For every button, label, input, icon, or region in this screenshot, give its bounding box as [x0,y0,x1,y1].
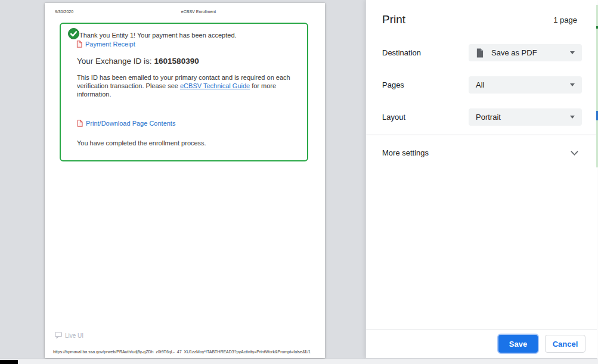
more-settings-toggle[interactable]: More settings [366,143,597,163]
pdf-file-icon [77,120,83,127]
payment-accepted-message: Thank you Entity 1! Your payment has bee… [79,32,237,39]
cancel-button[interactable]: Cancel [545,335,585,353]
live-ui-badge: Live UI [55,332,83,339]
exchange-id-label: Your Exchange ID is: [77,57,152,66]
destination-value: Save as PDF [491,48,537,57]
destination-select[interactable]: Save as PDF [469,44,582,61]
pages-label: Pages [382,76,404,94]
exchange-id-line: Your Exchange ID is:1601580390 [77,57,199,66]
chevron-down-icon [570,83,575,86]
layout-select[interactable]: Portrait [469,108,582,126]
print-preview-area: 9/30/2020 eCBSV Enrollment Thank you Ent… [0,0,365,359]
window-bottom-strip [0,359,598,364]
chevron-down-icon [571,151,578,156]
chevron-down-icon [570,116,575,119]
success-check-icon [68,28,79,39]
bottom-left-black-region [0,360,18,364]
info-paragraph: This ID has been emailed to your primary… [77,73,300,98]
pdf-file-icon [76,41,82,48]
technical-guide-link: eCBSV Technical Guide [180,82,250,89]
document-preview-page: 9/30/2020 eCBSV Enrollment Thank you Ent… [45,3,325,358]
divider [366,329,597,329]
print-download-label: Print/Download Page Contents [86,120,175,127]
print-dialog: Print 1 page Destination Save as PDF Pag… [365,0,597,359]
chevron-down-icon [570,51,575,54]
live-ui-label: Live UI [65,332,83,339]
page-count: 1 page [553,15,577,24]
print-dialog-title: Print [382,13,405,26]
print-footer-url: https://bpmaval.ba.ssa.gov/prweb/PRAuth/… [53,350,306,354]
payment-receipt-label: Payment Receipt [85,41,135,48]
print-header-title: eCBSV Enrollment [45,10,325,14]
divider [366,135,597,135]
layout-label: Layout [382,108,405,126]
speech-bubble-icon [55,332,63,339]
pdf-destination-icon [476,48,484,58]
confirmation-panel: Thank you Entity 1! Your payment has bee… [60,23,308,161]
payment-receipt-link: Payment Receipt [76,41,135,48]
enrollment-complete-message: You have completed the enrollment proces… [77,139,206,147]
pages-select[interactable]: All [469,76,582,94]
destination-label: Destination [382,44,421,61]
exchange-id-value: 1601580390 [154,57,199,66]
more-settings-label: More settings [382,143,429,163]
print-download-link: Print/Download Page Contents [77,120,175,127]
save-button[interactable]: Save [498,335,538,353]
print-footer-page-number: 1/1 [305,350,311,354]
layout-value: Portrait [476,113,501,122]
pages-value: All [476,80,484,89]
